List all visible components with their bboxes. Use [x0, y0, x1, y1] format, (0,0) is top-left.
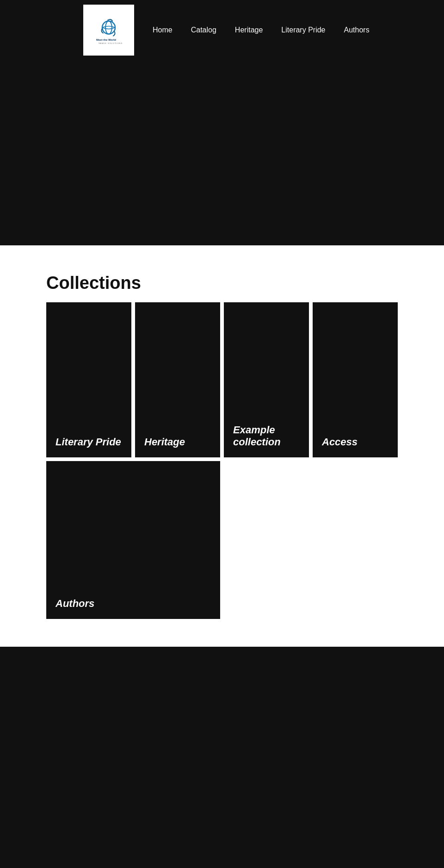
collection-card-title: Access	[322, 436, 388, 448]
collection-card-heritage[interactable]: Heritage	[135, 302, 220, 457]
collection-card-title: Authors	[56, 598, 211, 610]
nav-catalog[interactable]: Catalog	[182, 26, 226, 34]
collection-card-literary-pride[interactable]: Literary Pride	[46, 302, 131, 457]
collection-card-example[interactable]: Example collection	[224, 302, 309, 457]
main-nav: Home Catalog Heritage Literary Pride Aut…	[143, 26, 379, 34]
nav-heritage[interactable]: Heritage	[226, 26, 272, 34]
collections-section: Collections Literary Pride Heritage Exam…	[0, 245, 444, 647]
collection-card-title: Literary Pride	[56, 436, 122, 448]
svg-point-0	[102, 21, 115, 34]
nav-authors[interactable]: Authors	[334, 26, 378, 34]
bottom-dark-section	[0, 647, 444, 868]
collections-title: Collections	[46, 273, 398, 293]
svg-point-1	[105, 21, 112, 34]
collections-grid: Literary Pride Heritage Example collecti…	[46, 302, 398, 619]
logo[interactable]: Meet the World IMAGE SOLUTIONS	[83, 5, 134, 56]
nav-home[interactable]: Home	[143, 26, 182, 34]
svg-text:Meet the World: Meet the World	[96, 38, 116, 41]
hero-section: Meet the World IMAGE SOLUTIONS Home Cata…	[0, 0, 444, 245]
collection-card-title: Example collection	[233, 424, 300, 448]
collection-card-authors[interactable]: Authors	[46, 461, 220, 619]
collection-card-access[interactable]: Access	[313, 302, 398, 457]
collection-card-title: Heritage	[144, 436, 211, 448]
collections-inner: Collections Literary Pride Heritage Exam…	[37, 273, 407, 619]
nav-bar: Meet the World IMAGE SOLUTIONS Home Cata…	[9, 0, 444, 60]
logo-icon: Meet the World IMAGE SOLUTIONS	[95, 16, 123, 44]
nav-literary-pride[interactable]: Literary Pride	[272, 26, 334, 34]
svg-text:IMAGE SOLUTIONS: IMAGE SOLUTIONS	[99, 42, 123, 44]
